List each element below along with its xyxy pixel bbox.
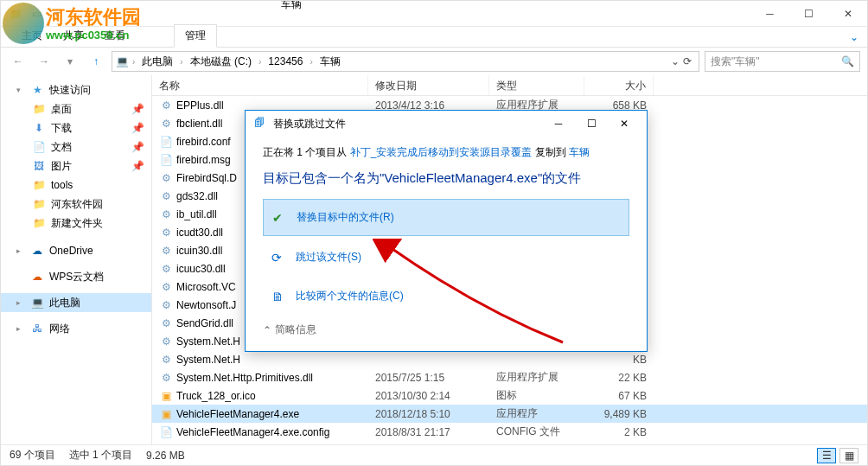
file-row[interactable]: 📄VehicleFleetManager4.exe.config2018/8/3…: [152, 423, 867, 441]
compare-icon: 🗎: [271, 290, 287, 303]
ribbon-tabs: 主页 共享 查看 管理 ⌄: [1, 27, 867, 48]
tab-share[interactable]: 共享: [53, 25, 94, 47]
file-icon: ⚙: [159, 353, 173, 367]
tab-manage[interactable]: 管理: [174, 24, 217, 48]
crumb-drive[interactable]: 本地磁盘 (C:): [187, 53, 255, 71]
view-details-button[interactable]: ☰: [817, 448, 836, 463]
status-size: 9.26 MB: [146, 450, 185, 462]
close-button[interactable]: ✕: [828, 1, 867, 27]
tab-home[interactable]: 主页: [11, 25, 53, 47]
chevron-right-icon[interactable]: ›: [178, 57, 184, 67]
dialog-message: 目标已包含一个名为"VehicleFleetManager4.exe"的文件: [263, 169, 629, 187]
sidebar-network[interactable]: ▸🖧网络: [1, 319, 151, 338]
file-row[interactable]: ▣VehicleFleetManager4.exe2018/12/18 5:10…: [152, 405, 867, 423]
cloud-icon: ☁: [30, 244, 44, 258]
sidebar-thispc[interactable]: ▸💻此电脑: [1, 293, 151, 312]
file-icon: ⚙: [159, 244, 173, 258]
context-tab-vehicles[interactable]: 车辆: [271, 0, 312, 16]
col-name[interactable]: 名称: [152, 75, 368, 95]
dialog-close-button[interactable]: ✕: [616, 118, 633, 130]
file-row[interactable]: ⚙System.Net.HKB: [152, 350, 867, 368]
column-headers[interactable]: 名称 修改日期 类型 大小: [152, 75, 867, 96]
qat-properties-icon[interactable]: ▭: [29, 6, 44, 22]
file-size: 67 KB: [584, 390, 654, 402]
file-type: 应用程序: [489, 406, 584, 421]
sidebar-item-newfolder[interactable]: 📁新建文件夹: [1, 214, 151, 233]
chevron-right-icon[interactable]: ›: [257, 57, 263, 67]
dialog-title: 替换或跳过文件: [273, 117, 346, 131]
copy-dest-link[interactable]: 车辆: [569, 146, 590, 158]
addr-dropdown-icon[interactable]: ⌄: [671, 55, 680, 67]
option-compare[interactable]: 🗎 比较两个文件的信息(C): [263, 278, 629, 314]
crumb-folder2[interactable]: 车辆: [316, 53, 344, 71]
file-row[interactable]: ⚙System.Net.Http.Primitives.dll2015/7/25…: [152, 368, 867, 386]
sidebar-item-tools[interactable]: 📁tools: [1, 176, 151, 195]
option-skip[interactable]: ⟳ 跳过该文件(S): [263, 239, 629, 275]
sidebar-item-hedong[interactable]: 📁河东软件园: [1, 195, 151, 214]
file-type: 图标: [489, 388, 584, 403]
col-type[interactable]: 类型: [489, 75, 584, 95]
less-info-toggle[interactable]: ⌃ 简略信息: [263, 322, 629, 337]
crumb-thispc[interactable]: 此电脑: [138, 53, 176, 71]
tab-view[interactable]: 查看: [94, 25, 136, 47]
sidebar-item-downloads[interactable]: ⬇下载📌: [1, 118, 151, 137]
breadcrumb[interactable]: 💻 › 此电脑 › 本地磁盘 (C:) › 123456 › 车辆 ⌄ ⟳: [112, 51, 699, 72]
file-date: 2018/12/18 5:10: [368, 408, 489, 420]
ribbon-expand-icon[interactable]: ⌄: [841, 28, 867, 47]
pin-icon: 📌: [131, 141, 151, 153]
qat-newfolder-icon[interactable]: ▾: [49, 6, 65, 22]
file-name: Newtonsoft.J: [176, 299, 236, 311]
folder-icon: 📁: [32, 178, 46, 192]
maximize-button[interactable]: ☐: [789, 1, 828, 27]
dialog-maximize-button[interactable]: ☐: [583, 118, 600, 130]
file-icon: ⚙: [159, 207, 173, 221]
file-name: icuin30.dll: [176, 245, 222, 257]
file-name: firebird.msg: [176, 154, 231, 166]
file-type: CONFIG 文件: [489, 425, 584, 439]
search-icon: 🔍: [841, 55, 854, 67]
col-size[interactable]: 大小: [584, 75, 654, 95]
nav-back-button[interactable]: ←: [8, 51, 29, 72]
nav-history-button[interactable]: ▾: [60, 51, 80, 72]
sidebar-item-documents[interactable]: 📄文档📌: [1, 137, 151, 156]
sidebar-wps[interactable]: ☁WPS云文档: [1, 267, 151, 286]
file-row[interactable]: ▣Truck_128_or.ico2013/10/30 2:14图标67 KB: [152, 386, 867, 405]
search-input[interactable]: 搜索"车辆" 🔍: [705, 51, 860, 72]
sidebar-quick-access[interactable]: ▾★快速访问: [1, 80, 151, 99]
file-size: KB: [584, 354, 654, 366]
folder-icon: 📁: [32, 216, 46, 230]
file-icon: ⚙: [159, 335, 173, 348]
file-name: System.Net.Http.Primitives.dll: [176, 372, 313, 384]
view-icons-button[interactable]: ▦: [839, 448, 858, 463]
nav-forward-button: →: [34, 51, 54, 72]
file-name: ib_util.dll: [176, 208, 217, 220]
file-icon: ⚙: [159, 262, 173, 276]
sidebar-onedrive[interactable]: ▸☁OneDrive: [1, 241, 151, 260]
refresh-icon[interactable]: ⟳: [683, 55, 692, 67]
pc-icon: 💻: [30, 296, 44, 310]
nav-up-button[interactable]: ↑: [86, 51, 106, 72]
file-date: 2013/10/30 2:14: [368, 390, 489, 402]
file-size: 2 KB: [584, 426, 654, 438]
option-replace[interactable]: ✔ 替换目标中的文件(R): [263, 199, 629, 236]
pin-icon: 📌: [131, 122, 151, 134]
file-name: SendGrid.dll: [176, 317, 233, 329]
sidebar-item-pictures[interactable]: 🖼图片📌: [1, 156, 151, 176]
address-bar-row: ← → ▾ ↑ 💻 › 此电脑 › 本地磁盘 (C:) › 123456 › 车…: [1, 48, 867, 75]
sidebar-item-desktop[interactable]: 📁桌面📌: [1, 99, 151, 118]
crumb-folder1[interactable]: 123456: [265, 54, 306, 69]
copy-source-link[interactable]: 补丁_安装完成后移动到安装源目录覆盖: [350, 146, 533, 158]
chevron-right-icon[interactable]: ›: [308, 57, 314, 67]
file-icon: 📄: [159, 425, 173, 439]
dialog-copy-text: 正在将 1 个项目从 补丁_安装完成后移动到安装源目录覆盖 复制到 车辆: [263, 145, 629, 160]
file-name: icudt30.dll: [176, 227, 223, 239]
chevron-right-icon[interactable]: ›: [131, 57, 137, 67]
file-name: gds32.dll: [176, 190, 218, 202]
file-name: VehicleFleetManager4.exe.config: [176, 426, 329, 438]
minimize-button[interactable]: ─: [750, 1, 789, 27]
col-date[interactable]: 修改日期: [368, 75, 489, 95]
file-name: System.Net.H: [176, 354, 240, 366]
dialog-minimize-button[interactable]: ─: [550, 118, 567, 130]
explorer-icon: 📁: [8, 6, 23, 22]
file-name: firebird.conf: [176, 136, 231, 148]
